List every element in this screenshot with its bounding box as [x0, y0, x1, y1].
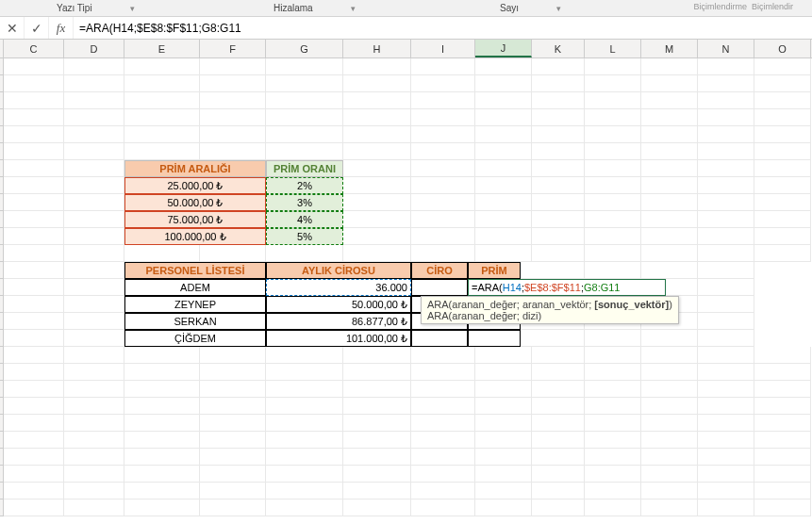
- prim-rate-cell: 5%: [266, 228, 343, 245]
- ribbon-group-number: Sayı▾: [500, 3, 561, 13]
- personnel-name: ADEM: [124, 279, 266, 296]
- active-cell-formula[interactable]: =ARA(H14;$E$8:$F$11;G8:G11: [468, 279, 666, 296]
- ribbon-group-alignment: Hizalama▾: [273, 3, 356, 13]
- col-header[interactable]: G: [266, 40, 343, 57]
- personnel-name: ZEYNEP: [124, 296, 266, 313]
- ribbon-group-font: Yazı Tipi▾: [57, 3, 135, 13]
- ciro-cell[interactable]: [411, 330, 468, 347]
- ribbon-group-labels: Yazı Tipi▾ Hizalama▾ Sayı▾ Biçimlendirme…: [0, 0, 812, 17]
- prim-header: PRİM: [468, 262, 521, 279]
- personnel-name: SERKAN: [124, 313, 266, 330]
- personnel-amount: 86.877,00 ₺: [266, 313, 411, 330]
- col-header[interactable]: D: [64, 40, 124, 57]
- prim-range-cell: 75.000,00 ₺: [124, 211, 266, 228]
- confirm-formula-icon[interactable]: ✓: [25, 17, 49, 39]
- col-header[interactable]: H: [343, 40, 411, 57]
- formula-input[interactable]: [74, 17, 812, 39]
- prim-rate-cell: 4%: [266, 211, 343, 228]
- col-header[interactable]: M: [641, 40, 698, 57]
- personnel-amount: 50.000,00 ₺: [266, 296, 411, 313]
- monthly-revenue-header: AYLIK CİROSU: [266, 262, 411, 279]
- alignment-dialog-launcher-icon[interactable]: ▾: [351, 4, 356, 13]
- prim-rate-header: PRİM ORANI: [266, 160, 343, 177]
- prim-range-cell: 100.000,00 ₺: [124, 228, 266, 245]
- column-headers[interactable]: C D E F G H I J K L M N O: [0, 40, 812, 58]
- insert-function-icon[interactable]: fx: [49, 17, 74, 39]
- prim-range-header: PRİM ARALIĞI: [124, 160, 266, 177]
- col-header[interactable]: I: [411, 40, 475, 57]
- personnel-list-header: PERSONEL LİSTESİ: [124, 262, 266, 279]
- prim-rate-cell: 2%: [266, 177, 343, 194]
- cancel-formula-icon[interactable]: ✕: [0, 17, 25, 39]
- col-header[interactable]: O: [754, 40, 811, 57]
- ribbon-group-styles: Biçimlendirme Biçimlendir: [693, 2, 793, 11]
- personnel-amount: 36.000: [266, 279, 411, 296]
- ciro-cell[interactable]: [411, 279, 468, 296]
- font-dialog-launcher-icon[interactable]: ▾: [130, 4, 135, 13]
- col-header[interactable]: E: [124, 40, 200, 57]
- col-header[interactable]: F: [200, 40, 266, 57]
- prim-rate-cell: 3%: [266, 194, 343, 211]
- col-header-active[interactable]: J: [475, 40, 532, 57]
- spreadsheet-grid[interactable]: PRİM ARALIĞI PRİM ORANI 25.000,00 ₺ 2% 5…: [0, 58, 812, 516]
- number-dialog-launcher-icon[interactable]: ▾: [556, 4, 561, 13]
- col-header[interactable]: L: [585, 40, 641, 57]
- prim-cell[interactable]: [468, 330, 521, 347]
- function-hint-tooltip[interactable]: ARA(aranan_değer; aranan_vektör; [sonuç_…: [421, 296, 679, 324]
- col-header[interactable]: K: [532, 40, 585, 57]
- prim-range-cell: 25.000,00 ₺: [124, 177, 266, 194]
- col-header[interactable]: C: [4, 40, 64, 57]
- prim-range-cell: 50.000,00 ₺: [124, 194, 266, 211]
- personnel-name: ÇİĞDEM: [124, 330, 266, 347]
- personnel-amount: 101.000,00 ₺: [266, 330, 411, 347]
- col-header[interactable]: N: [698, 40, 754, 57]
- ciro-header: CİRO: [411, 262, 468, 279]
- formula-bar: ✕ ✓ fx: [0, 17, 812, 40]
